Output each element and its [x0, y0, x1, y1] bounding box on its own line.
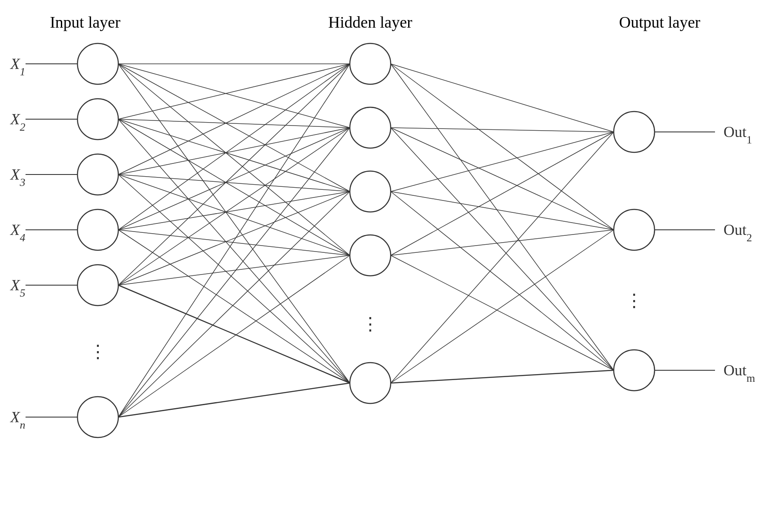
output-node-2 — [614, 209, 655, 250]
input-label-2: X2 — [10, 111, 26, 133]
hidden-node-2 — [350, 107, 391, 148]
svg-line-34 — [391, 128, 614, 230]
input-node-3 — [77, 154, 118, 195]
svg-line-24 — [118, 285, 350, 383]
svg-line-25 — [118, 64, 350, 417]
svg-line-23 — [118, 255, 350, 285]
svg-line-12 — [118, 174, 350, 192]
svg-line-7 — [118, 119, 350, 192]
svg-line-16 — [118, 128, 350, 230]
svg-line-37 — [391, 192, 614, 230]
svg-line-26 — [118, 128, 350, 417]
svg-line-17 — [118, 192, 350, 230]
svg-line-27 — [118, 192, 350, 417]
hidden-node-1 — [350, 43, 391, 84]
svg-line-40 — [391, 230, 614, 255]
svg-line-28 — [118, 255, 350, 417]
svg-line-10 — [118, 64, 350, 174]
svg-line-32 — [391, 64, 614, 370]
svg-line-20 — [118, 64, 350, 285]
svg-line-4 — [118, 64, 350, 383]
svg-line-33 — [391, 128, 614, 132]
svg-line-9 — [118, 119, 350, 383]
svg-line-19 — [118, 230, 350, 383]
output-node-1 — [614, 112, 655, 152]
input-label-n: Xn — [10, 409, 26, 431]
svg-line-35 — [391, 128, 614, 370]
svg-line-43 — [391, 230, 614, 383]
svg-line-41 — [391, 255, 614, 370]
input-label-1: X1 — [10, 55, 26, 78]
svg-line-38 — [391, 192, 614, 370]
svg-line-1 — [118, 64, 350, 128]
svg-line-30 — [391, 64, 614, 132]
output-label-m: Outm — [724, 362, 755, 384]
svg-line-15 — [118, 64, 350, 230]
svg-line-44 — [391, 370, 614, 383]
hidden-layer-label: Hidden layer — [328, 13, 412, 31]
svg-line-31 — [391, 64, 614, 230]
hidden-dots: ⋮ — [361, 314, 379, 334]
input-label-5: X5 — [10, 277, 26, 299]
output-layer-label: Output layer — [619, 13, 700, 31]
svg-line-2 — [118, 64, 350, 192]
hidden-node-4 — [350, 235, 391, 276]
input-node-5 — [77, 265, 118, 306]
svg-line-29 — [118, 383, 350, 417]
svg-line-6 — [118, 119, 350, 128]
input-node-1 — [77, 43, 118, 84]
input-layer-label: Input layer — [50, 13, 120, 31]
input-dots: ⋮ — [89, 342, 107, 361]
hidden-node-3 — [350, 171, 391, 212]
svg-line-36 — [391, 132, 614, 192]
output-label-2: Out2 — [724, 221, 752, 244]
hidden-node-5 — [350, 363, 391, 403]
svg-line-42 — [391, 132, 614, 383]
svg-line-3 — [118, 64, 350, 255]
svg-line-8 — [118, 119, 350, 255]
output-dots: ⋮ — [625, 291, 643, 310]
input-label-3: X3 — [10, 166, 26, 189]
svg-line-39 — [391, 132, 614, 255]
input-node-2 — [77, 99, 118, 140]
input-node-4 — [77, 209, 118, 250]
svg-line-5 — [118, 64, 350, 119]
neural-network-diagram: Input layer Hidden layer Output layer — [0, 0, 778, 532]
input-node-n — [77, 397, 118, 438]
output-label-1: Out1 — [724, 123, 752, 146]
output-node-m — [614, 350, 655, 391]
input-label-4: X4 — [10, 221, 26, 244]
svg-line-13 — [118, 174, 350, 255]
